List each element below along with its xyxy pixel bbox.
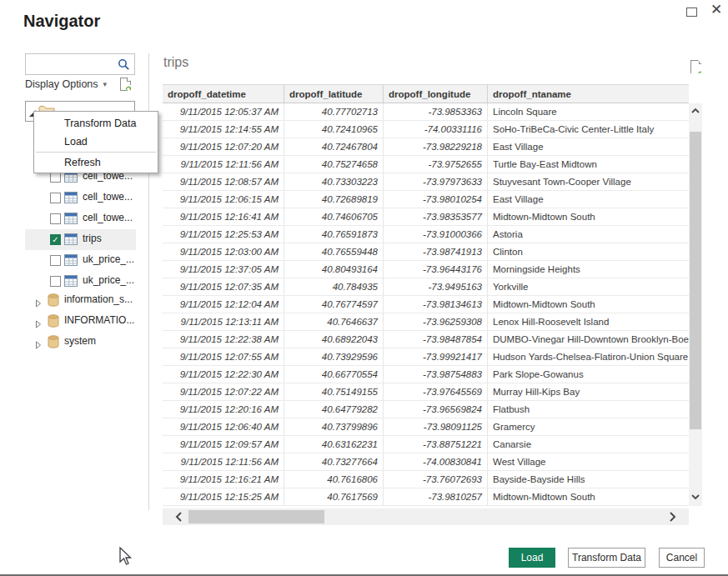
menu-separator (36, 152, 156, 153)
table-row[interactable]: 9/11/2015 12:16:41 AM40.74606705-73.9835… (163, 208, 689, 226)
table-row[interactable]: 9/11/2015 12:20:16 AM40.64779282-73.9656… (163, 401, 689, 418)
cell-dropoff-latitude: 40.64779282 (284, 401, 384, 418)
table-row[interactable]: 9/11/2015 12:25:53 AM40.76591873-73.9100… (163, 226, 689, 243)
cell-dropoff-latitude: 40.76591873 (284, 226, 384, 243)
table-row[interactable]: 9/11/2015 12:07:35 AM40.784935-73.949516… (163, 278, 689, 296)
search-input[interactable] (29, 56, 116, 73)
table-icon (64, 233, 78, 248)
search-icon[interactable] (118, 58, 130, 74)
transform-data-button[interactable]: Transform Data (568, 548, 645, 568)
table-row[interactable]: 9/11/2015 12:09:57 AM40.63162231-73.8875… (163, 436, 689, 453)
expand-chevron-icon[interactable] (35, 338, 42, 353)
tree-item-informatio-[interactable]: INFORMATIO... (25, 311, 136, 332)
checkbox[interactable]: ✓ (50, 234, 61, 245)
cell-dropoff-datetime: 9/11/2015 12:16:41 AM (163, 208, 284, 225)
cell-dropoff-ntaname: Astoria (488, 226, 689, 243)
cell-dropoff-ntaname: Turtle Bay-East Midtown (488, 156, 689, 173)
tree-item-uk-price-[interactable]: uk_price_... (25, 250, 136, 271)
checkbox[interactable] (50, 193, 61, 203)
cell-dropoff-longitude: -73.9752655 (384, 156, 488, 173)
menu-item-refresh[interactable]: Refresh (34, 153, 158, 172)
cell-dropoff-datetime: 9/11/2015 12:11:56 AM (163, 156, 284, 173)
display-options-dropdown[interactable]: Display Options▾ (25, 78, 107, 90)
tree-item-uk-price-[interactable]: uk_price_... (25, 271, 136, 292)
cell-dropoff-ntaname: Canarsie (488, 436, 689, 453)
table-row[interactable]: 9/11/2015 12:07:22 AM40.75149155-73.9764… (163, 383, 689, 401)
horizontal-scrollbar-thumb[interactable] (188, 510, 324, 523)
cell-dropoff-ntaname: West Village (488, 453, 689, 470)
table-row[interactable]: 9/11/2015 12:11:56 AM40.75274658-73.9752… (163, 156, 689, 173)
tree-item-cell-towe-[interactable]: cell_towe... (25, 208, 136, 229)
table-row[interactable]: 9/11/2015 12:12:04 AM40.76774597-73.9813… (163, 296, 689, 313)
cancel-button[interactable]: Cancel (659, 548, 705, 568)
tree-item-trips[interactable]: ✓trips (25, 229, 136, 250)
tree-item-label: system (64, 335, 96, 347)
table-row[interactable]: 9/11/2015 12:15:25 AM40.7617569-73.98102… (163, 488, 689, 506)
cell-dropoff-latitude: 40.73799896 (284, 418, 384, 435)
cell-dropoff-latitude: 40.63162231 (284, 436, 384, 453)
scroll-right-icon[interactable] (667, 511, 677, 526)
checkbox[interactable] (50, 255, 61, 266)
menu-item-load[interactable]: Load (34, 133, 158, 151)
table-row[interactable]: 9/11/2015 12:22:38 AM40.68922043-73.9848… (163, 331, 689, 348)
cell-dropoff-longitude: -73.98741913 (384, 243, 488, 260)
table-row[interactable]: 9/11/2015 12:07:55 AM40.73929596-73.9992… (163, 348, 689, 366)
cell-dropoff-datetime: 9/11/2015 12:03:00 AM (163, 243, 284, 260)
cell-dropoff-longitude: -73.91000366 (384, 226, 488, 243)
cell-dropoff-longitude: -73.76072693 (384, 471, 488, 488)
cell-dropoff-datetime: 9/11/2015 12:12:04 AM (163, 296, 284, 313)
cell-dropoff-ntaname: East Village (488, 191, 689, 208)
navigator-dialog: Navigator ✕ Display Options▾ ⟳ cell_towe… (0, 0, 728, 576)
table-row[interactable]: 9/11/2015 12:07:20 AM40.72467804-73.9822… (163, 138, 689, 156)
table-row[interactable]: 9/11/2015 12:13:11 AM40.7646637-73.96259… (163, 313, 689, 331)
cell-dropoff-longitude: -73.9495163 (384, 278, 488, 295)
cell-dropoff-datetime: 9/11/2015 12:06:40 AM (163, 418, 284, 435)
tree-item-label: cell_towe... (83, 212, 133, 223)
cell-dropoff-longitude: -73.9853363 (384, 103, 488, 120)
tree-item-information-s-[interactable]: information_s... (25, 290, 136, 311)
close-icon[interactable]: ✕ (709, 2, 724, 18)
cell-dropoff-latitude: 40.73277664 (284, 453, 384, 470)
cell-dropoff-latitude: 40.75149155 (284, 383, 384, 400)
column-header-dropoff-datetime[interactable]: dropoff_datetime (163, 85, 284, 103)
table-row[interactable]: 9/11/2015 12:11:56 AM40.73277664-74.0083… (163, 453, 689, 471)
column-header-dropoff-latitude[interactable]: dropoff_latitude (284, 85, 384, 103)
scroll-down-icon[interactable] (689, 491, 702, 504)
cell-dropoff-longitude: -73.98487854 (384, 331, 488, 348)
tree-item-system[interactable]: system (25, 332, 136, 353)
scroll-left-icon[interactable] (174, 511, 184, 526)
table-row[interactable]: 9/11/2015 12:16:21 AM40.7616806-73.76072… (163, 471, 689, 488)
expand-chevron-icon[interactable] (35, 296, 42, 311)
preview-grid: dropoff_datetime dropoff_latitude dropof… (163, 84, 689, 506)
table-row[interactable]: 9/11/2015 12:14:55 AM40.72410965-74.0033… (163, 121, 689, 138)
load-button[interactable]: Load (509, 548, 555, 568)
expand-chevron-icon[interactable] (35, 317, 42, 332)
checkbox[interactable] (50, 213, 61, 224)
horizontal-scrollbar[interactable] (163, 508, 689, 525)
cell-dropoff-latitude: 40.76559448 (284, 243, 384, 260)
vertical-scrollbar[interactable] (689, 103, 702, 506)
menu-item-transform-data[interactable]: Transform Data (34, 114, 158, 133)
cell-dropoff-ntaname: Bayside-Bayside Hills (488, 471, 689, 488)
vertical-scrollbar-thumb[interactable] (690, 132, 701, 429)
cell-dropoff-latitude: 40.74606705 (284, 208, 384, 225)
column-header-dropoff-ntaname[interactable]: dropoff_ntaname (488, 85, 689, 103)
maximize-icon[interactable] (686, 8, 697, 17)
refresh-tree-icon[interactable]: ⟳ (120, 78, 131, 91)
scroll-up-icon[interactable] (689, 105, 702, 118)
page-title: Navigator (23, 12, 100, 31)
table-row[interactable]: 9/11/2015 12:06:15 AM40.72689819-73.9801… (163, 191, 689, 208)
cell-dropoff-datetime: 9/11/2015 12:22:38 AM (163, 331, 284, 348)
table-row[interactable]: 9/11/2015 12:22:30 AM40.66770554-73.9875… (163, 366, 689, 383)
cell-dropoff-datetime: 9/11/2015 12:11:56 AM (163, 453, 284, 470)
table-row[interactable]: 9/11/2015 12:08:57 AM40.73303223-73.9797… (163, 173, 689, 191)
table-row[interactable]: 9/11/2015 12:37:05 AM40.80493164-73.9644… (163, 261, 689, 278)
tree-item-cell-towe-[interactable]: cell_towe... (25, 188, 136, 208)
table-row[interactable]: 9/11/2015 12:05:37 AM40.77702713-73.9853… (163, 103, 689, 121)
column-header-dropoff-longitude[interactable]: dropoff_longitude (384, 85, 488, 103)
checkbox[interactable] (50, 276, 61, 287)
table-row[interactable]: 9/11/2015 12:06:40 AM40.73799896-73.9809… (163, 418, 689, 436)
table-row[interactable]: 9/11/2015 12:03:00 AM40.76559448-73.9874… (163, 243, 689, 261)
cell-dropoff-latitude: 40.66770554 (284, 366, 384, 383)
refresh-preview-icon[interactable]: ⟳ (690, 60, 703, 76)
